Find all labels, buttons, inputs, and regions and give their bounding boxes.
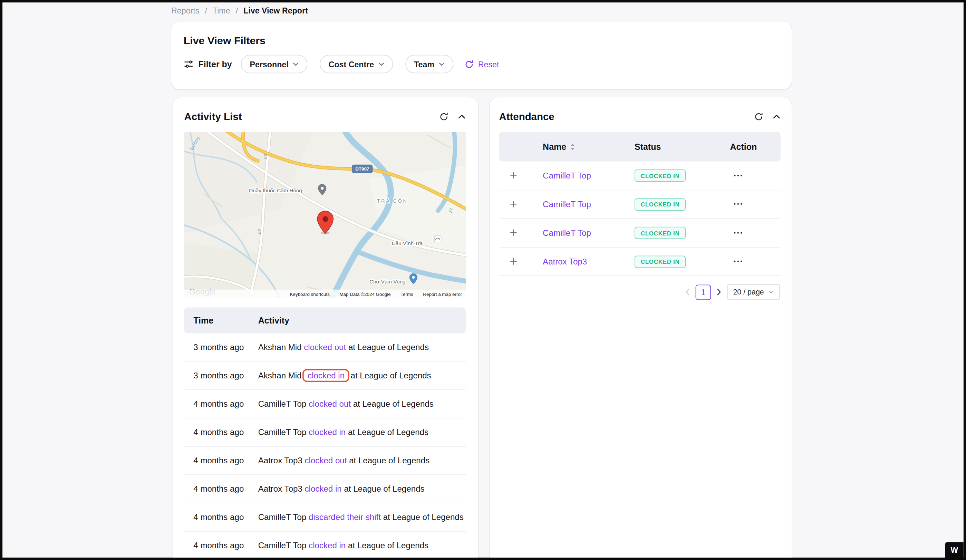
activity-suffix: at League of Legends <box>383 513 464 522</box>
activity-person: CamilleT Top <box>258 399 307 409</box>
live-view-filters-card: Live View Filters Filter by Personnel Co… <box>171 21 792 89</box>
attendance-row: CamilleT Top CLOCKED IN <box>499 162 780 190</box>
activity-time: 3 months ago <box>184 371 258 380</box>
activity-suffix: at League of Legends <box>344 484 424 494</box>
previous-page-icon[interactable] <box>685 288 690 296</box>
cost-centre-filter-label: Cost Centre <box>329 59 374 69</box>
filter-sliders-icon <box>184 59 194 69</box>
status-badge: CLOCKED IN <box>634 227 686 239</box>
status-badge: CLOCKED IN <box>634 198 686 210</box>
activity-person: Aatrox Top3 <box>258 456 302 465</box>
activity-card-header: Activity List <box>172 97 478 132</box>
activity-suffix: at League of Legends <box>351 371 431 380</box>
activity-action-link[interactable]: clocked in <box>309 427 346 437</box>
activity-row: 3 months ago Akshan Mid clocked out at L… <box>184 333 466 361</box>
activity-suffix: at League of Legends <box>349 456 429 465</box>
personnel-filter-label: Personnel <box>250 59 289 69</box>
activity-person: CamilleT Top <box>258 513 307 522</box>
poi-label-bridge[interactable]: Cầu Vĩnh Trà <box>392 240 423 246</box>
expand-row-icon[interactable] <box>510 229 517 236</box>
activity-person: Aatrox Top3 <box>258 484 302 494</box>
expand-row-icon[interactable] <box>510 172 517 179</box>
time-column-header: Time <box>184 315 258 325</box>
activity-text: CamilleT Top clocked in at League of Leg… <box>258 427 466 437</box>
attendance-row: CamilleT Top CLOCKED IN <box>499 190 780 218</box>
attendance-name-link[interactable]: CamilleT Top <box>543 228 591 238</box>
attendance-card: Attendance Name Status <box>490 97 792 560</box>
filters-row: Filter by Personnel Cost Centre Team Res… <box>184 55 499 74</box>
poi-label-pharmacy[interactable]: Quầy thuốc Cẩm Hồng <box>249 187 302 193</box>
expand-row-icon[interactable] <box>510 200 517 207</box>
more-actions-icon[interactable] <box>734 232 742 234</box>
breadcrumb-time[interactable]: Time <box>213 6 230 15</box>
activity-action-link[interactable]: clocked out <box>304 343 346 352</box>
sort-icon[interactable] <box>570 143 575 151</box>
collapse-chevron-up-icon[interactable] <box>773 114 780 120</box>
attendance-row: CamilleT Top CLOCKED IN <box>499 218 780 247</box>
report-map-error-link[interactable]: Report a map error <box>423 291 462 297</box>
refresh-icon[interactable] <box>754 112 763 122</box>
cost-centre-filter-dropdown[interactable]: Cost Centre <box>320 55 393 74</box>
activity-suffix: at League of Legends <box>348 541 429 550</box>
bridge-icon[interactable] <box>434 235 441 242</box>
keyboard-shortcuts-link[interactable]: Keyboard shortcuts <box>290 291 330 297</box>
activity-action-link[interactable]: discarded their shift <box>309 513 381 522</box>
more-actions-icon[interactable] <box>734 260 742 263</box>
activity-time: 4 months ago <box>184 513 258 522</box>
action-column-header: Action <box>730 141 780 151</box>
activity-text: CamilleT Top clocked in at League of Leg… <box>258 541 466 550</box>
page-number-button[interactable]: 1 <box>696 284 711 300</box>
activity-person: CamilleT Top <box>258 541 307 550</box>
activity-row: 4 months ago CamilleT Top clocked in at … <box>184 419 466 447</box>
area-label-tra-con: TRÀ CÔN <box>377 198 408 204</box>
activity-text: Aatrox Top3 clocked in at League of Lege… <box>258 484 466 494</box>
status-column-header: Status <box>634 141 730 151</box>
pagination: 1 20 / page <box>490 284 780 300</box>
activity-suffix: at League of Legends <box>348 427 429 437</box>
attendance-name-link[interactable]: CamilleT Top <box>543 171 591 181</box>
activity-suffix: at League of Legends <box>353 399 434 409</box>
svg-text:ĐT907: ĐT907 <box>355 166 369 172</box>
expand-row-icon[interactable] <box>510 258 517 265</box>
map-data-text: Map Data ©2024 Google <box>339 291 391 297</box>
activity-column-header: Activity <box>258 315 289 325</box>
chevron-down-icon <box>439 62 445 66</box>
activity-row: 4 months ago Aatrox Top3 clocked out at … <box>184 447 466 475</box>
breadcrumb-separator: / <box>236 6 238 15</box>
activity-row: 4 months ago Aatrox Top3 clocked in at L… <box>184 475 466 503</box>
team-filter-dropdown[interactable]: Team <box>405 55 453 74</box>
personnel-filter-dropdown[interactable]: Personnel <box>242 55 307 74</box>
activity-time: 4 months ago <box>184 427 258 437</box>
activity-action-link-highlighted[interactable]: clocked in <box>303 369 350 382</box>
activity-action-link[interactable]: clocked out <box>305 456 347 465</box>
chevron-down-icon <box>293 62 299 66</box>
activity-time: 4 months ago <box>184 456 258 465</box>
filters-title: Live View Filters <box>184 35 266 48</box>
activity-time: 3 months ago <box>184 343 258 352</box>
activity-text: Akshan Mid clocked in at League of Legen… <box>258 370 466 381</box>
activity-table-header: Time Activity <box>184 307 466 333</box>
team-filter-label: Team <box>414 59 434 69</box>
more-actions-icon[interactable] <box>734 174 742 177</box>
attendance-name-link[interactable]: CamilleT Top <box>543 200 591 209</box>
activity-action-link[interactable]: clocked out <box>309 399 351 409</box>
page-size-select[interactable]: 20 / page <box>727 284 780 300</box>
reset-filters-button[interactable]: Reset <box>464 59 499 69</box>
terms-link[interactable]: Terms <box>401 291 413 297</box>
activity-suffix: at League of Legends <box>348 343 429 352</box>
activity-action-link[interactable]: clocked in <box>305 484 342 494</box>
activity-row: 3 months ago Akshan Mid clocked in at Le… <box>184 361 466 390</box>
next-page-icon[interactable] <box>716 288 721 296</box>
attendance-name-link[interactable]: Aatrox Top3 <box>543 257 587 266</box>
refresh-icon[interactable] <box>439 112 449 122</box>
page-size-value: 20 / page <box>733 287 764 296</box>
activity-action-link[interactable]: clocked in <box>309 541 346 550</box>
google-map[interactable]: ĐT907 Đường 02 02 37 Quầy thuốc Cẩm Hồng… <box>184 132 466 298</box>
collapse-chevron-up-icon[interactable] <box>458 114 466 120</box>
activity-time: 4 months ago <box>184 399 258 409</box>
breadcrumb-reports[interactable]: Reports <box>171 6 199 15</box>
status-badge: CLOCKED IN <box>634 169 686 182</box>
more-actions-icon[interactable] <box>734 203 742 205</box>
poi-label-market[interactable]: Chợ Vàm Vòng <box>370 279 405 284</box>
activity-text: CamilleT Top clocked out at League of Le… <box>258 399 466 409</box>
